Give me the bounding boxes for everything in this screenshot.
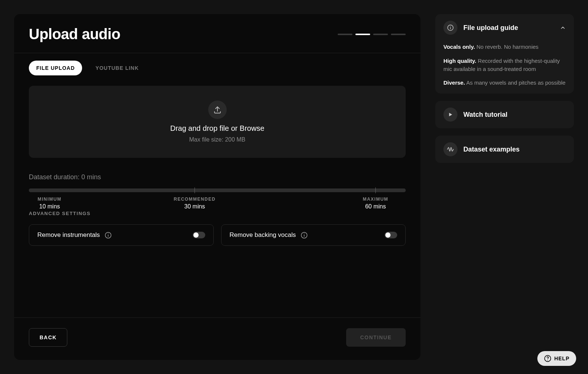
guide-title: File upload guide — [463, 24, 518, 32]
duration-bar — [29, 188, 406, 192]
duration-bar-segment — [195, 188, 406, 192]
duration-marker-head: MAXIMUM — [363, 197, 388, 202]
help-button[interactable]: HELP — [537, 351, 576, 366]
guide-item-rest: As many vowels and pitches as possible — [465, 79, 565, 86]
guide-sidebar: File upload guide Vocals only. No reverb… — [435, 14, 574, 360]
guide-item-rest: No reverb. No harmonies — [475, 44, 538, 50]
svg-marker-10 — [449, 113, 452, 116]
tab-file-upload[interactable]: FILE UPLOAD — [29, 61, 82, 75]
duration-marker-minimum: MINIMUM 10 mins — [38, 197, 62, 210]
duration-meter: MINIMUM 10 mins RECOMMENDED 30 mins MAXI… — [29, 188, 406, 192]
continue-button[interactable]: CONTINUE — [346, 328, 406, 347]
svg-point-9 — [450, 26, 451, 27]
duration-label: Dataset duration: 0 mins — [29, 173, 406, 181]
info-icon[interactable] — [104, 231, 112, 239]
tab-youtube-link[interactable]: YOUTUBE LINK — [88, 61, 146, 75]
upload-icon — [208, 101, 227, 119]
upload-card: Upload audio FILE UPLOAD YOUTUBE LINK — [14, 14, 420, 360]
toggle-remove-instrumentals: Remove instrumentals — [29, 224, 214, 246]
dataset-examples-card[interactable]: Dataset examples — [435, 136, 574, 163]
duration-bar-segment — [29, 188, 70, 192]
step-indicator — [355, 34, 370, 35]
watch-tutorial-card[interactable]: Watch tutorial — [435, 101, 574, 128]
info-icon[interactable] — [300, 231, 308, 239]
guide-item: Diverse. As many vowels and pitches as p… — [443, 79, 566, 87]
help-icon — [544, 355, 551, 362]
duration-marker-value: 60 mins — [363, 203, 388, 210]
back-button[interactable]: BACK — [29, 328, 67, 347]
duration-bar-segment — [72, 188, 193, 192]
step-indicator — [391, 34, 406, 35]
examples-title: Dataset examples — [463, 146, 520, 153]
guide-item-bold: Diverse. — [443, 79, 465, 86]
advanced-settings-heading: ADVANCED SETTINGS — [29, 211, 406, 216]
duration-marker-value: 30 mins — [174, 203, 216, 210]
info-icon — [443, 21, 457, 35]
toggle-switch[interactable] — [385, 232, 397, 238]
guide-item: Vocals only. No reverb. No harmonies — [443, 43, 566, 51]
page-title: Upload audio — [29, 26, 120, 42]
play-icon — [443, 108, 457, 122]
help-label: HELP — [554, 356, 570, 361]
svg-point-3 — [108, 233, 108, 234]
guide-item-bold: High quality. — [443, 58, 476, 64]
step-indicator — [373, 34, 388, 35]
step-indicator — [338, 34, 352, 35]
duration-marker-value: 10 mins — [38, 203, 62, 210]
card-header: Upload audio — [14, 14, 420, 53]
file-upload-guide-card: File upload guide Vocals only. No reverb… — [435, 14, 574, 94]
dropzone-text: Drag and drop file or Browse — [170, 124, 264, 133]
duration-tick — [375, 187, 376, 193]
toggle-remove-backing-vocals: Remove backing vocals — [221, 224, 406, 246]
toggle-label: Remove backing vocals — [230, 231, 296, 239]
svg-point-6 — [304, 233, 304, 234]
toggle-switch[interactable] — [193, 232, 205, 238]
waveform-icon — [443, 142, 457, 156]
file-dropzone[interactable]: Drag and drop file or Browse Max file si… — [29, 86, 406, 158]
guide-header[interactable]: File upload guide — [443, 21, 566, 35]
svg-point-12 — [547, 360, 548, 360]
dropzone-subtext: Max file size: 200 MB — [189, 136, 245, 143]
upload-mode-tabs: FILE UPLOAD YOUTUBE LINK — [29, 61, 406, 75]
duration-marker-maximum: MAXIMUM 60 mins — [363, 197, 388, 210]
duration-marker-head: MINIMUM — [38, 197, 62, 202]
tutorial-title: Watch tutorial — [463, 111, 507, 119]
guide-item: High quality. Recorded with the highest-… — [443, 57, 566, 73]
guide-body: Vocals only. No reverb. No harmonies Hig… — [443, 43, 566, 87]
progress-stepper — [338, 34, 406, 35]
duration-tick — [195, 187, 195, 193]
toggle-label: Remove instrumentals — [37, 231, 100, 239]
guide-item-bold: Vocals only. — [443, 44, 475, 50]
duration-marker-recommended: RECOMMENDED 30 mins — [174, 197, 216, 210]
chevron-up-icon — [560, 25, 566, 31]
duration-marker-head: RECOMMENDED — [174, 197, 216, 202]
card-footer: BACK CONTINUE — [14, 317, 420, 360]
